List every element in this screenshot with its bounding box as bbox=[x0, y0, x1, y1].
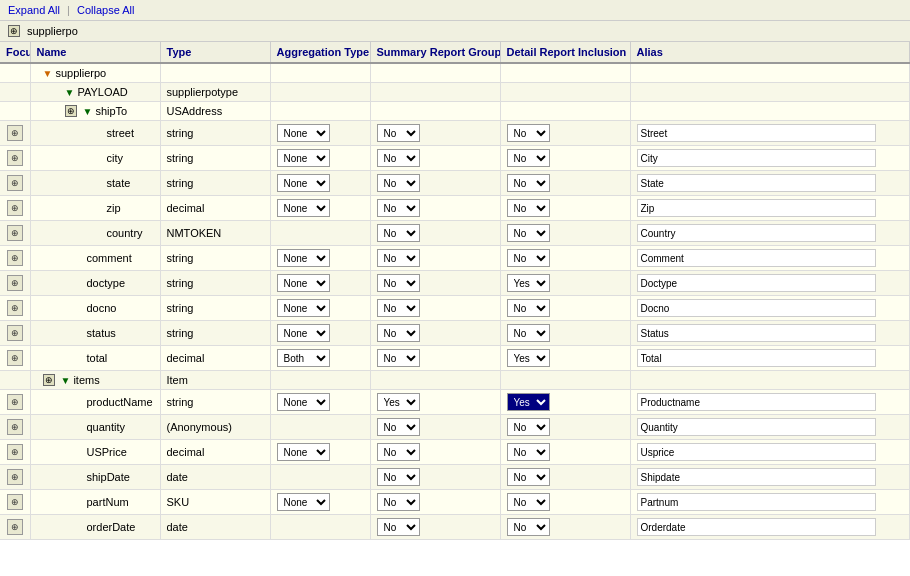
summary-group-cell[interactable]: NoYes bbox=[370, 321, 500, 346]
detail-include-cell[interactable]: NoYes bbox=[500, 146, 630, 171]
detail-select[interactable]: NoYes bbox=[507, 324, 550, 342]
summary-group-cell[interactable]: NoYes bbox=[370, 171, 500, 196]
alias-cell[interactable] bbox=[630, 221, 910, 246]
summary-select[interactable]: NoYes bbox=[377, 493, 420, 511]
summary-group-cell[interactable]: NoYes bbox=[370, 465, 500, 490]
alias-cell[interactable] bbox=[630, 515, 910, 540]
agg-type-select[interactable]: NoneSumCountMinMaxAvgBoth bbox=[277, 149, 330, 167]
detail-include-cell[interactable]: NoYes bbox=[500, 171, 630, 196]
alias-input[interactable] bbox=[637, 493, 877, 511]
agg-type-cell[interactable]: NoneSumCountMinMaxAvgBoth bbox=[270, 246, 370, 271]
summary-select[interactable]: NoYes bbox=[377, 518, 420, 536]
agg-type-select[interactable]: NoneSumCountMinMaxAvgBoth bbox=[277, 199, 330, 217]
detail-select[interactable]: NoYes bbox=[507, 124, 550, 142]
summary-select[interactable]: NoYes bbox=[377, 393, 420, 411]
summary-group-cell[interactable]: NoYes bbox=[370, 196, 500, 221]
detail-include-cell[interactable]: NoYes bbox=[500, 515, 630, 540]
detail-select[interactable]: NoYes bbox=[507, 274, 550, 292]
alias-input[interactable] bbox=[637, 124, 877, 142]
alias-cell[interactable] bbox=[630, 415, 910, 440]
detail-select[interactable]: NoYes bbox=[507, 393, 550, 411]
summary-group-cell[interactable]: NoYes bbox=[370, 271, 500, 296]
summary-select[interactable]: NoYes bbox=[377, 443, 420, 461]
summary-select[interactable]: NoYes bbox=[377, 199, 420, 217]
summary-group-cell[interactable]: NoYes bbox=[370, 490, 500, 515]
alias-cell[interactable] bbox=[630, 321, 910, 346]
focus-button[interactable]: ⊕ bbox=[7, 275, 23, 291]
agg-type-select[interactable]: NoneSumCountMinMaxAvgBoth bbox=[277, 174, 330, 192]
agg-type-cell[interactable]: NoneSumCountMinMaxAvgBoth bbox=[270, 146, 370, 171]
alias-cell[interactable] bbox=[630, 346, 910, 371]
agg-type-select[interactable]: NoneSumCountMinMaxAvgBoth bbox=[277, 393, 330, 411]
alias-cell[interactable] bbox=[630, 465, 910, 490]
agg-type-cell[interactable]: NoneSumCountMinMaxAvgBoth bbox=[270, 171, 370, 196]
alias-cell[interactable] bbox=[630, 196, 910, 221]
detail-select[interactable]: NoYes bbox=[507, 349, 550, 367]
summary-group-cell[interactable]: NoYes bbox=[370, 346, 500, 371]
alias-cell[interactable] bbox=[630, 246, 910, 271]
focus-button[interactable]: ⊕ bbox=[7, 325, 23, 341]
summary-select[interactable]: NoYes bbox=[377, 274, 420, 292]
detail-include-cell[interactable]: NoYes bbox=[500, 221, 630, 246]
agg-type-cell[interactable]: NoneSumCountMinMaxAvgBoth bbox=[270, 490, 370, 515]
summary-select[interactable]: NoYes bbox=[377, 349, 420, 367]
alias-input[interactable] bbox=[637, 349, 877, 367]
alias-input[interactable] bbox=[637, 299, 877, 317]
detail-include-cell[interactable]: NoYes bbox=[500, 271, 630, 296]
alias-cell[interactable] bbox=[630, 171, 910, 196]
summary-select[interactable]: NoYes bbox=[377, 224, 420, 242]
agg-type-select[interactable]: NoneSumCountMinMaxAvgBoth bbox=[277, 124, 330, 142]
agg-type-select[interactable]: NoneSumCountMinMaxAvgBoth bbox=[277, 299, 330, 317]
expand-icon[interactable]: ⊕ bbox=[65, 105, 77, 117]
detail-include-cell[interactable]: NoYes bbox=[500, 196, 630, 221]
alias-input[interactable] bbox=[637, 393, 877, 411]
agg-type-select[interactable]: NoneSumCountMinMaxAvgBoth bbox=[277, 324, 330, 342]
agg-type-select[interactable]: NoneSumCountMinMaxAvgBoth bbox=[277, 274, 330, 292]
alias-cell[interactable] bbox=[630, 390, 910, 415]
summary-select[interactable]: NoYes bbox=[377, 418, 420, 436]
detail-select[interactable]: NoYes bbox=[507, 443, 550, 461]
agg-type-select[interactable]: NoneSumCountMinMaxAvgBoth bbox=[277, 493, 330, 511]
focus-button[interactable]: ⊕ bbox=[7, 394, 23, 410]
alias-input[interactable] bbox=[637, 224, 877, 242]
focus-button[interactable]: ⊕ bbox=[7, 469, 23, 485]
alias-input[interactable] bbox=[637, 418, 877, 436]
focus-button[interactable]: ⊕ bbox=[7, 300, 23, 316]
expand-all-link[interactable]: Expand All bbox=[8, 4, 60, 16]
detail-include-cell[interactable]: NoYes bbox=[500, 490, 630, 515]
summary-group-cell[interactable]: NoYes bbox=[370, 440, 500, 465]
detail-include-cell[interactable]: NoYes bbox=[500, 321, 630, 346]
focus-button[interactable]: ⊕ bbox=[7, 225, 23, 241]
alias-cell[interactable] bbox=[630, 146, 910, 171]
focus-button[interactable]: ⊕ bbox=[7, 350, 23, 366]
detail-select[interactable]: NoYes bbox=[507, 518, 550, 536]
summary-group-cell[interactable]: NoYes bbox=[370, 415, 500, 440]
alias-input[interactable] bbox=[637, 249, 877, 267]
alias-input[interactable] bbox=[637, 174, 877, 192]
summary-group-cell[interactable]: NoYes bbox=[370, 221, 500, 246]
summary-select[interactable]: NoYes bbox=[377, 299, 420, 317]
summary-select[interactable]: NoYes bbox=[377, 324, 420, 342]
agg-type-cell[interactable]: NoneSumCountMinMaxAvgBoth bbox=[270, 321, 370, 346]
agg-type-select[interactable]: NoneSumCountMinMaxAvgBoth bbox=[277, 443, 330, 461]
detail-include-cell[interactable]: NoYes bbox=[500, 440, 630, 465]
section-plus-icon[interactable]: ⊕ bbox=[8, 25, 20, 37]
alias-cell[interactable] bbox=[630, 271, 910, 296]
detail-include-cell[interactable]: NoYes bbox=[500, 465, 630, 490]
focus-button[interactable]: ⊕ bbox=[7, 250, 23, 266]
summary-select[interactable]: NoYes bbox=[377, 174, 420, 192]
summary-group-cell[interactable]: NoYes bbox=[370, 121, 500, 146]
alias-input[interactable] bbox=[637, 274, 877, 292]
expand-icon[interactable]: ⊕ bbox=[43, 374, 55, 386]
summary-select[interactable]: NoYes bbox=[377, 468, 420, 486]
detail-select[interactable]: NoYes bbox=[507, 149, 550, 167]
summary-select[interactable]: NoYes bbox=[377, 149, 420, 167]
focus-button[interactable]: ⊕ bbox=[7, 494, 23, 510]
focus-button[interactable]: ⊕ bbox=[7, 519, 23, 535]
alias-input[interactable] bbox=[637, 468, 877, 486]
alias-cell[interactable] bbox=[630, 121, 910, 146]
detail-select[interactable]: NoYes bbox=[507, 199, 550, 217]
alias-cell[interactable] bbox=[630, 490, 910, 515]
summary-select[interactable]: NoYes bbox=[377, 124, 420, 142]
detail-select[interactable]: NoYes bbox=[507, 249, 550, 267]
